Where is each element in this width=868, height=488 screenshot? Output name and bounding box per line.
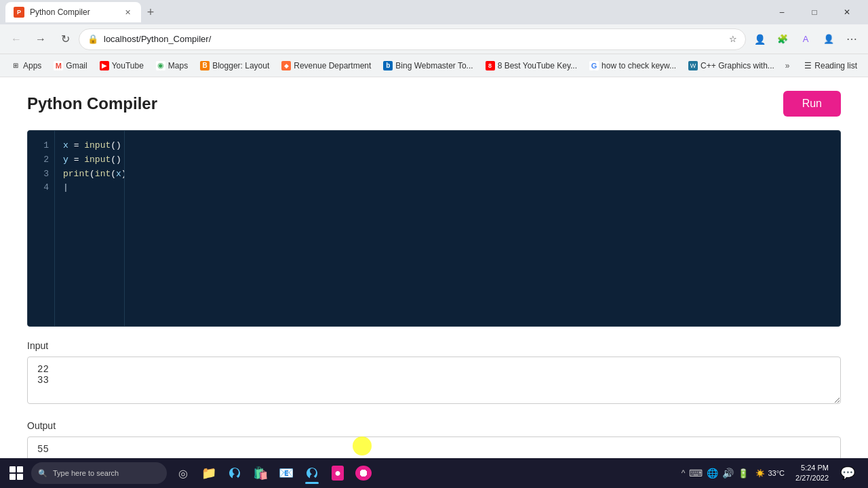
lock-icon: 🔒 xyxy=(87,34,98,44)
bookmark-revenue[interactable]: ◆ Revenue Department xyxy=(276,58,376,73)
bookmark-wp[interactable]: W C++ Graphics with... xyxy=(683,58,780,73)
bookmark-wp-label: C++ Graphics with... xyxy=(701,61,774,70)
network-icon: 🌐 xyxy=(707,468,718,479)
taskbar-store[interactable]: 🛍️ xyxy=(248,461,273,485)
taskbar-record[interactable]: ⏺ xyxy=(351,461,376,485)
reading-list-button[interactable]: ☰ Reading list xyxy=(799,58,863,73)
line-num-4: 4 xyxy=(33,181,49,195)
bookmark-star-icon[interactable]: ☆ xyxy=(729,34,737,44)
input-textarea[interactable]: 22 33 xyxy=(27,357,841,404)
bookmark-apps[interactable]: ⊞ Apps xyxy=(5,58,47,73)
start-button[interactable] xyxy=(3,460,30,487)
bookmark-gmail[interactable]: M Gmail xyxy=(48,58,92,73)
gmail-icon: M xyxy=(54,61,63,70)
taskbar-edge[interactable] xyxy=(222,461,247,485)
tray-up-icon[interactable]: ^ xyxy=(682,468,686,478)
taskbar-browser-active[interactable] xyxy=(300,461,324,485)
url-display: localhost/Python_Compiler/ xyxy=(104,34,724,44)
output-label: Output xyxy=(27,420,841,431)
battery-icon: 🔋 xyxy=(738,468,749,479)
bookmarks-bar: ⊞ Apps M Gmail ▶ YouTube ◉ Maps B Blogge… xyxy=(0,54,868,77)
favorites-icon[interactable]: 👤 xyxy=(818,28,840,50)
weather-icon: ☀️ xyxy=(755,469,765,478)
bookmark-youtube[interactable]: ▶ YouTube xyxy=(94,58,149,73)
profile-icon[interactable]: A xyxy=(795,28,816,50)
reading-list-icon: ☰ xyxy=(804,61,812,70)
output-display: 55 xyxy=(27,436,841,458)
taskbar-task-view[interactable]: ◎ xyxy=(171,461,195,485)
address-bar[interactable]: 🔒 localhost/Python_Compiler/ ☆ xyxy=(79,28,746,50)
taskbar-file-explorer[interactable]: 📁 xyxy=(197,461,221,485)
maximize-button[interactable]: □ xyxy=(799,2,830,22)
bookmark-youtube2-label: 8 Best YouTube Key... xyxy=(498,61,577,70)
taskbar-search-placeholder: Type here to search xyxy=(53,469,119,477)
active-tab[interactable]: P Python Compiler ✕ xyxy=(5,2,141,22)
youtube2-icon: 8 xyxy=(486,61,495,70)
bookmark-youtube-label: YouTube xyxy=(112,61,144,70)
system-tray: ^ ⌨ 🌐 🔊 🔋 xyxy=(682,468,749,479)
forward-button[interactable]: → xyxy=(30,28,52,50)
taskbar: 🔍 Type here to search ◎ 📁 🛍️ 📧 xyxy=(0,458,868,488)
weather-widget[interactable]: ☀️ 33°C xyxy=(751,468,789,479)
wp-icon: W xyxy=(688,61,698,70)
taskbar-camera[interactable]: ● xyxy=(326,461,350,485)
code-editor[interactable]: 1 2 3 4 x = input() y = input() print(in… xyxy=(27,130,841,327)
new-tab-button[interactable]: + xyxy=(141,3,160,22)
weather-temp: 33°C xyxy=(768,469,785,477)
back-button[interactable]: ← xyxy=(5,28,27,50)
taskbar-search[interactable]: 🔍 Type here to search xyxy=(31,462,167,484)
system-clock[interactable]: 5:24 PM 2/27/2022 xyxy=(791,462,833,485)
taskbar-apps: ◎ 📁 🛍️ 📧 ● xyxy=(171,461,376,485)
keyboard-icon: ⌨ xyxy=(689,468,703,479)
tab-close-button[interactable]: ✕ xyxy=(122,7,133,18)
bookmark-youtube2[interactable]: 8 8 Best YouTube Key... xyxy=(480,58,583,73)
line-num-3: 3 xyxy=(33,167,49,182)
right-panel xyxy=(124,131,178,326)
menu-icon[interactable]: ⋯ xyxy=(841,28,863,50)
bookmark-blogger-label: Blogger: Layout xyxy=(212,61,269,70)
google-icon: G xyxy=(589,61,599,70)
line-num-2: 2 xyxy=(33,153,49,167)
output-section: Output 55 xyxy=(27,420,841,458)
title-bar: P Python Compiler ✕ + – □ ✕ xyxy=(0,0,868,24)
input-section: Input 22 33 xyxy=(27,340,841,420)
bookmark-google[interactable]: G how to check keyw... xyxy=(584,58,682,73)
window-controls: – □ ✕ xyxy=(766,2,863,22)
volume-icon[interactable]: 🔊 xyxy=(722,468,734,479)
bookmark-revenue-label: Revenue Department xyxy=(294,61,371,70)
code-line-3: print(int(x)+int(y)) xyxy=(63,167,116,182)
bookmark-blogger[interactable]: B Blogger: Layout xyxy=(195,58,275,73)
blogger-icon: B xyxy=(200,61,210,70)
reload-button[interactable]: ↻ xyxy=(54,28,76,50)
windows-logo-icon xyxy=(9,466,23,480)
taskbar-mail[interactable]: 📧 xyxy=(274,461,298,485)
search-icon: 🔍 xyxy=(38,469,47,478)
bookmark-apps-label: Apps xyxy=(23,61,41,70)
notification-button[interactable]: 💬 xyxy=(835,461,860,485)
line-numbers: 1 2 3 4 xyxy=(28,131,55,326)
code-line-1: x = input() xyxy=(63,139,116,153)
page-content: Python Compiler Run 1 2 3 4 x = input() … xyxy=(0,77,868,458)
code-line-4: | xyxy=(63,181,116,195)
code-display[interactable]: x = input() y = input() print(int(x)+int… xyxy=(55,131,124,326)
store-icon: 🛍️ xyxy=(253,466,268,481)
bookmark-maps[interactable]: ◉ Maps xyxy=(151,58,193,73)
input-label: Input xyxy=(27,340,841,351)
code-line-2: y = input() xyxy=(63,153,116,167)
bookmark-gmail-label: Gmail xyxy=(66,61,87,70)
file-explorer-icon: 📁 xyxy=(201,466,216,481)
close-button[interactable]: ✕ xyxy=(831,2,863,22)
taskbar-right: ^ ⌨ 🌐 🔊 🔋 ☀️ 33°C 5:24 PM 2/27/2022 💬 xyxy=(682,461,865,485)
mail-icon: 📧 xyxy=(279,466,294,481)
extensions-icon[interactable]: 🧩 xyxy=(772,28,793,50)
line-num-1: 1 xyxy=(33,139,49,153)
camera-icon: ● xyxy=(332,466,344,481)
navigation-bar: ← → ↻ 🔒 localhost/Python_Compiler/ ☆ 👤 🧩… xyxy=(0,24,868,54)
run-button[interactable]: Run xyxy=(783,91,841,117)
bookmark-bing[interactable]: b Bing Webmaster To... xyxy=(378,58,478,73)
clock-time: 5:24 PM xyxy=(795,463,829,473)
browser-account-icon[interactable]: 👤 xyxy=(749,28,770,50)
minimize-button[interactable]: – xyxy=(766,2,797,22)
youtube-icon: ▶ xyxy=(100,61,109,70)
more-bookmarks-button[interactable]: » xyxy=(781,58,794,73)
